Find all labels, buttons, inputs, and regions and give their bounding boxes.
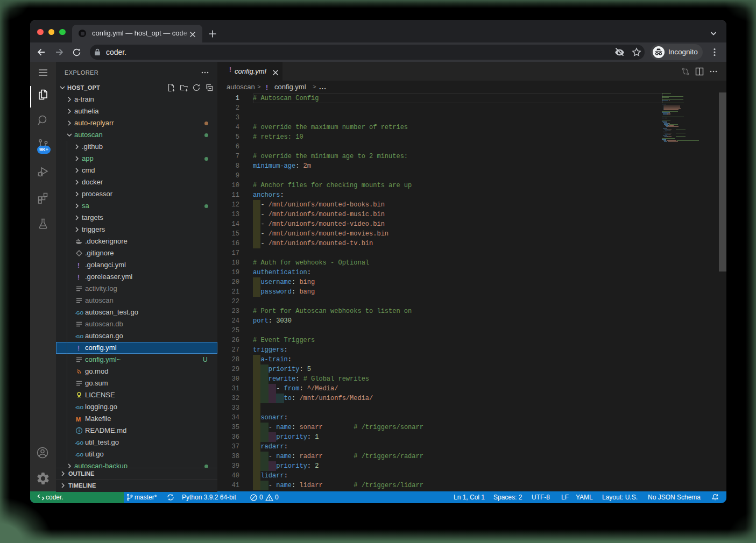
svg-text:!: ! xyxy=(77,274,80,281)
svg-text:-GO: -GO xyxy=(75,452,83,458)
svg-text:!: ! xyxy=(266,84,268,91)
svg-text:!: ! xyxy=(229,66,231,74)
svg-text:-GO: -GO xyxy=(75,440,83,446)
svg-text:M: M xyxy=(76,416,81,423)
svg-text:!: ! xyxy=(77,345,80,352)
svg-text:-GO: -GO xyxy=(75,405,83,410)
svg-text:-GO: -GO xyxy=(75,334,83,339)
svg-text:-GO: -GO xyxy=(75,310,83,316)
svg-text:!: ! xyxy=(77,262,80,269)
